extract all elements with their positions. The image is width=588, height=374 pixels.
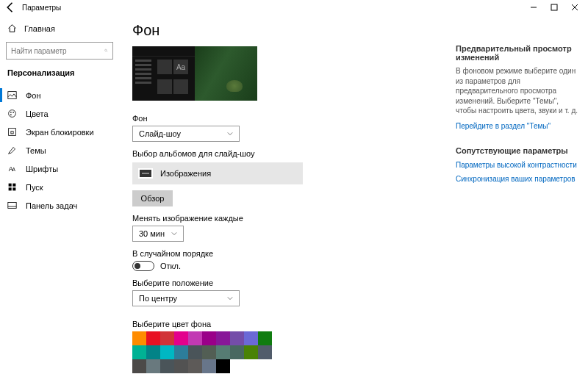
background-preview: Aa [132,46,257,101]
svg-point-8 [10,114,12,115]
color-swatch[interactable] [174,359,188,373]
color-palette [132,331,272,373]
main-content: Фон Aa Фон Слайд-шоу Выбор альбомов для … [119,15,456,374]
album-label: Выбор альбомов для слайд-шоу [132,149,442,158]
sync-link[interactable]: Синхронизация ваших параметров [456,175,579,183]
color-swatch[interactable] [202,345,216,359]
shuffle-toggle[interactable] [132,261,154,271]
right-column: Предварительный просмотр изменений В фон… [456,15,588,374]
preview-description: В фоновом режиме выберите один из параме… [456,66,579,116]
svg-rect-13 [9,184,12,187]
chevron-down-icon [171,231,177,237]
sidebar-item-label: Пуск [26,183,43,192]
folder-thumb-icon [138,168,153,179]
back-button[interactable] [3,0,18,15]
color-swatch[interactable] [132,345,146,359]
themes-link[interactable]: Перейдите в раздел "Темы" [456,122,579,130]
fit-value: По центру [139,294,177,303]
picture-icon [7,90,17,100]
shuffle-label: В случайном порядке [132,249,442,258]
sidebar-item-label: Шрифты [26,165,58,173]
taskbar-icon [7,201,17,210]
sidebar-item-taskbar[interactable]: Панель задач [6,196,113,215]
svg-point-5 [9,110,16,118]
color-swatch[interactable] [160,345,174,359]
background-select-value: Слайд-шоу [139,129,181,138]
themes-icon [7,145,17,155]
svg-point-7 [12,112,14,113]
chevron-down-icon [227,131,233,137]
color-swatch[interactable] [188,345,202,359]
sidebar-item-label: Темы [26,146,46,155]
svg-rect-16 [12,187,15,190]
interval-label: Менять изображение каждые [132,214,442,223]
color-swatch[interactable] [174,345,188,359]
svg-rect-15 [9,187,12,190]
home-icon [7,24,17,33]
sidebar-item-fonts[interactable]: AA Шрифты [6,159,113,178]
search-input[interactable] [6,42,113,60]
background-select[interactable]: Слайд-шоу [132,126,240,142]
browse-button[interactable]: Обзор [132,190,173,206]
svg-rect-17 [8,202,16,208]
sidebar-item-colors[interactable]: Цвета [6,104,113,123]
color-swatch[interactable] [244,331,258,345]
svg-line-3 [107,51,107,51]
color-swatch[interactable] [202,359,216,373]
color-swatch[interactable] [174,331,188,345]
sidebar-item-lockscreen[interactable]: Экран блокировки [6,123,113,141]
svg-rect-10 [11,132,13,134]
color-swatch[interactable] [160,359,174,373]
svg-text:A: A [12,167,16,172]
color-swatch[interactable] [188,331,202,345]
color-swatch[interactable] [244,345,258,359]
svg-point-2 [105,49,107,51]
color-label: Выберите цвет фона [132,320,442,328]
sidebar: Главная Персонализация Фон Цвета Экран б… [0,15,119,374]
sidebar-item-themes[interactable]: Темы [6,141,113,159]
svg-rect-14 [12,184,15,187]
color-swatch[interactable] [160,331,174,345]
preview-heading: Предварительный просмотр изменений [456,44,579,62]
color-swatch[interactable] [132,331,146,345]
close-button[interactable] [564,1,585,14]
search-icon [104,46,108,55]
related-heading: Сопутствующие параметры [456,146,579,155]
color-swatch[interactable] [230,331,244,345]
fit-select[interactable]: По центру [132,290,240,306]
interval-value: 30 мин [139,229,165,238]
color-swatch[interactable] [202,331,216,345]
color-swatch[interactable] [258,345,272,359]
sidebar-item-start[interactable]: Пуск [6,178,113,196]
color-swatch[interactable] [216,345,230,359]
page-title: Фон [132,22,442,39]
section-title: Персонализация [6,67,113,79]
search-field[interactable] [11,47,104,55]
color-swatch[interactable] [258,331,272,345]
shuffle-value: Откл. [160,262,181,270]
color-swatch[interactable] [132,359,146,373]
color-swatch[interactable] [216,331,230,345]
color-swatch[interactable] [216,359,230,373]
fonts-icon: AA [7,164,17,173]
album-item[interactable]: Изображения [132,162,303,184]
color-swatch[interactable] [146,359,160,373]
window-title: Параметры [22,4,61,12]
interval-select[interactable]: 30 мин [132,226,184,242]
high-contrast-link[interactable]: Параметры высокой контрастности [456,161,579,169]
sidebar-item-background[interactable]: Фон [6,86,113,104]
sidebar-item-label: Экран блокировки [26,128,94,137]
color-swatch[interactable] [230,345,244,359]
home-link[interactable]: Главная [6,21,113,36]
color-swatch[interactable] [146,345,160,359]
svg-rect-9 [9,129,16,136]
sidebar-item-label: Фон [26,91,41,100]
maximize-button[interactable] [544,1,564,14]
start-icon [7,182,17,192]
color-swatch[interactable] [188,359,202,373]
palette-icon [7,109,17,118]
minimize-button[interactable] [523,1,544,14]
color-swatch[interactable] [146,331,160,345]
home-label: Главная [24,24,55,33]
sidebar-item-label: Цвета [26,109,49,118]
